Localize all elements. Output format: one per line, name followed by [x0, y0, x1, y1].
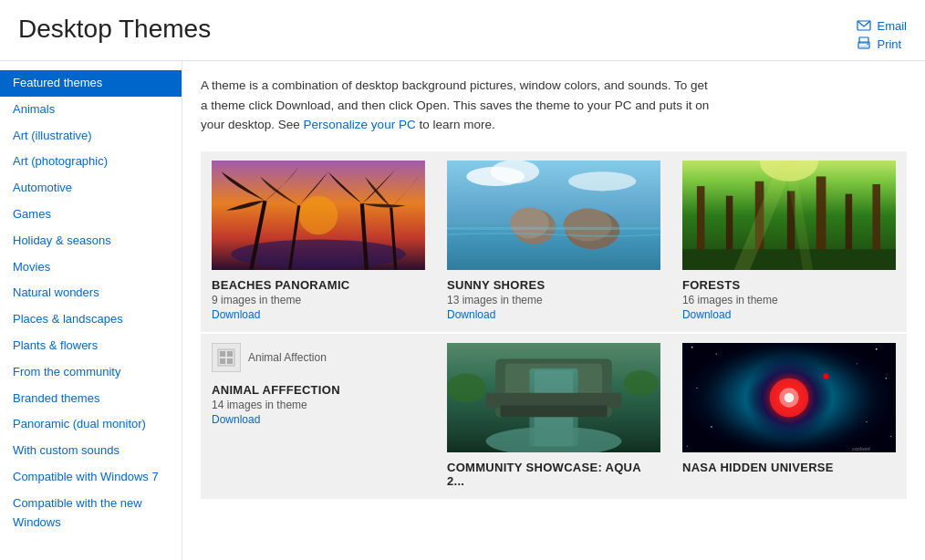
sidebar-item-new-windows[interactable]: Compatible with the new Windows: [0, 491, 182, 536]
beach-image: [212, 161, 425, 270]
svg-point-58: [890, 436, 891, 437]
print-link[interactable]: Print: [857, 36, 907, 51]
svg-point-55: [696, 388, 697, 389]
email-icon: [857, 18, 871, 33]
shores-theme-name: SUNNY SHORES: [447, 278, 660, 292]
beach-theme-name: BEACHES PANORAMIC: [212, 278, 425, 292]
intro-text: A theme is a combination of desktop back…: [201, 76, 712, 135]
email-link[interactable]: Email: [857, 18, 907, 33]
theme-card-shores: SUNNY SHORES 13 images in theme Download: [436, 151, 671, 332]
forest-image: [682, 161, 896, 270]
sidebar-item-panoramic[interactable]: Panoramic (dual monitor): [0, 411, 182, 438]
svg-point-7: [299, 196, 338, 235]
beach-download-link[interactable]: Download: [212, 308, 260, 321]
theme-card-forests: FORESTS 16 images in theme Download: [671, 151, 907, 332]
nasa-image: yashant: [682, 343, 896, 452]
animal-theme-name: ANIMAL AFFFECTION: [212, 383, 425, 397]
svg-point-64: [785, 392, 795, 402]
svg-rect-3: [860, 46, 868, 48]
forests-download-link[interactable]: Download: [682, 308, 731, 321]
svg-point-4: [868, 44, 869, 46]
svg-rect-35: [220, 351, 225, 357]
svg-rect-44: [486, 392, 622, 407]
animal-icon: [212, 343, 241, 372]
svg-rect-36: [227, 351, 233, 357]
sidebar-item-games[interactable]: Games: [0, 202, 182, 228]
animal-theme-count: 14 images in theme: [212, 399, 425, 411]
svg-point-54: [886, 378, 887, 379]
sidebar-item-community[interactable]: From the community: [0, 359, 182, 386]
shores-theme-count: 13 images in theme: [447, 294, 660, 306]
sidebar-item-win7[interactable]: Compatible with Windows 7: [0, 464, 182, 491]
svg-point-52: [876, 348, 878, 350]
svg-text:yashant: yashant: [851, 445, 870, 451]
sidebar-item-places[interactable]: Places & landscapes: [0, 306, 182, 333]
shores-download-link[interactable]: Download: [447, 308, 495, 321]
sidebar-item-natural-wonders[interactable]: Natural wonders: [0, 280, 182, 306]
svg-point-59: [687, 445, 688, 446]
theme-row-1: BEACHES PANORAMIC 9 images in theme Down…: [201, 151, 907, 332]
community-theme-name: COMMUNITY SHOWCASE: AQUA 2...: [447, 461, 660, 488]
sidebar-item-holiday[interactable]: Holiday & seasons: [0, 228, 182, 254]
svg-point-56: [711, 426, 712, 428]
header-actions: Email Print: [857, 18, 907, 51]
theme-card-beaches: BEACHES PANORAMIC 9 images in theme Down…: [201, 151, 436, 332]
svg-rect-31: [682, 249, 896, 270]
theme-card-community: COMMUNITY SHOWCASE: AQUA 2...: [436, 334, 671, 499]
svg-point-50: [691, 347, 693, 348]
sidebar-item-automotive[interactable]: Automotive: [0, 175, 182, 202]
svg-rect-45: [500, 405, 607, 417]
sidebar-item-plants[interactable]: Plants & flowers: [0, 333, 182, 359]
svg-point-14: [491, 161, 539, 183]
animal-icon-label: Animal Affection: [248, 351, 327, 364]
theme-row-2: Animal Affection ANIMAL AFFFECTION 14 im…: [201, 334, 907, 499]
page-header: Desktop Themes Email Print: [0, 0, 925, 61]
svg-rect-21: [447, 227, 660, 230]
print-icon: [857, 36, 871, 51]
theme-card-animal: Animal Affection ANIMAL AFFFECTION 14 im…: [201, 334, 436, 499]
svg-point-51: [716, 353, 717, 354]
animal-icon-row: Animal Affection: [212, 343, 425, 372]
svg-rect-37: [220, 358, 225, 364]
svg-point-15: [568, 171, 636, 191]
shores-image: [447, 161, 660, 270]
beach-theme-count: 9 images in theme: [212, 294, 425, 306]
svg-rect-38: [227, 358, 233, 364]
nasa-theme-name: NASA HIDDEN UNIVERSE: [682, 461, 896, 474]
forests-theme-name: FORESTS: [682, 278, 896, 292]
page-title: Desktop Themes: [18, 15, 211, 44]
sidebar-item-art-photographic[interactable]: Art (photographic): [0, 149, 182, 175]
sidebar-item-custom-sounds[interactable]: With custom sounds: [0, 438, 182, 464]
svg-point-47: [447, 373, 486, 402]
sidebar-item-featured[interactable]: Featured themes: [0, 70, 182, 97]
sidebar: Featured themes Animals Art (illustrativ…: [0, 61, 182, 560]
theme-card-nasa: yashant NASA HIDDEN UNIVERSE: [671, 334, 907, 499]
sidebar-item-art-illustrative[interactable]: Art (illustrative): [0, 123, 182, 150]
personalize-link[interactable]: Personalize your PC: [304, 118, 416, 131]
svg-point-66: [823, 373, 828, 379]
content-area: A theme is a combination of desktop back…: [182, 61, 925, 560]
main-layout: Featured themes Animals Art (illustrativ…: [0, 61, 925, 560]
sidebar-item-movies[interactable]: Movies: [0, 254, 182, 281]
forests-theme-count: 16 images in theme: [682, 294, 896, 306]
svg-point-48: [624, 370, 659, 396]
animal-download-link[interactable]: Download: [212, 413, 425, 426]
sidebar-item-animals[interactable]: Animals: [0, 97, 182, 123]
community-image: [447, 343, 660, 452]
sidebar-item-branded[interactable]: Branded themes: [0, 386, 182, 412]
